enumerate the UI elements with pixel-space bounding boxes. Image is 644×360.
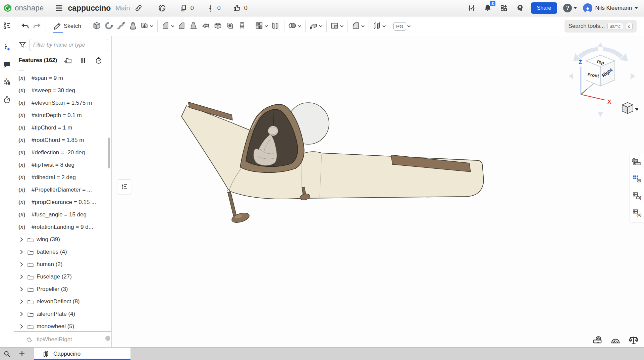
thicken-caret-icon[interactable] — [149, 24, 154, 29]
sketch-button[interactable]: Sketch — [50, 19, 84, 34]
share-link-icon[interactable] — [133, 3, 144, 13]
feature-folder-row[interactable]: elevonDeflect (8) — [14, 295, 111, 308]
feature-variable-row[interactable]: (x)#strutDepth = 0.1 m — [14, 109, 111, 121]
fillet-button[interactable] — [160, 19, 176, 34]
share-button[interactable]: Share — [531, 2, 557, 14]
boolean-button[interactable] — [287, 19, 303, 34]
add-folder-icon[interactable] — [64, 56, 72, 64]
feature-variable-row[interactable]: (x)#fuse_angle = 15 deg — [14, 208, 111, 221]
chevron-right-icon[interactable] — [18, 249, 24, 255]
onshape-logo[interactable]: onshape — [0, 4, 44, 12]
linear-pattern-button[interactable] — [254, 19, 269, 34]
plane-caret-icon[interactable] — [339, 24, 344, 29]
offset-surface-button[interactable] — [372, 19, 387, 34]
help-menu[interactable]: ? — [563, 4, 577, 12]
chevron-right-icon[interactable] — [18, 311, 24, 317]
feature-variable-row[interactable]: (x)#propClearance = 0.15 ... — [14, 196, 111, 208]
notifications-button[interactable]: 3 — [483, 3, 493, 13]
model-viewport[interactable]: Z X Y Top Front Right }(x) — [112, 36, 644, 347]
loft-button[interactable] — [127, 19, 139, 34]
feature-variable-row[interactable]: (x)#tipTwist = 8 deg — [14, 159, 111, 171]
redo-button[interactable] — [31, 19, 43, 34]
thicken-button[interactable] — [139, 19, 155, 34]
feature-list-toggle[interactable] — [0, 16, 14, 36]
copies-stat[interactable]: 0 — [178, 3, 194, 13]
appearance-panel-tab[interactable] — [630, 154, 644, 171]
insert-version-button[interactable] — [2, 43, 12, 53]
feature-variable-row[interactable]: (x)#dihedral = 2 deg — [14, 171, 111, 184]
chevron-right-icon[interactable] — [18, 299, 24, 305]
tab-cappucino[interactable]: Cappucino — [34, 348, 130, 360]
tape-measure-button[interactable] — [592, 335, 602, 345]
new-tab-button[interactable] — [14, 348, 30, 360]
comments-button[interactable] — [2, 60, 12, 70]
configuration-variables-tab[interactable]: (x) — [630, 205, 644, 222]
feature-folder-row[interactable]: aileronPlate (4) — [14, 308, 111, 320]
model-aircraft[interactable] — [171, 97, 493, 232]
pg-badge-button[interactable]: PG — [393, 19, 412, 34]
mass-properties-button[interactable] — [629, 335, 639, 345]
rib-button[interactable] — [200, 19, 212, 34]
search-tools-button[interactable]: Search tools... alt/⌥ c — [565, 20, 637, 33]
history-button[interactable] — [2, 95, 12, 105]
mirror-button[interactable] — [269, 19, 281, 34]
feature-list-scrollbar[interactable] — [108, 138, 110, 168]
likes-stat[interactable]: 0 — [232, 3, 248, 13]
configured-features-tab[interactable]: } — [630, 188, 644, 205]
draft-button[interactable] — [188, 19, 200, 34]
main-menu-icon[interactable] — [53, 3, 65, 13]
feature-folder-row[interactable]: Propeller (3) — [14, 283, 111, 295]
revolve-button[interactable] — [103, 19, 115, 34]
plane-button[interactable] — [329, 19, 345, 34]
feature-folder-row[interactable]: monowheel (5) — [14, 320, 111, 331]
feature-variable-row[interactable]: (x)#elevonSpan = 1.575 m — [14, 97, 111, 109]
ai-assistant-icon[interactable] — [515, 3, 525, 13]
document-title[interactable]: cappuccino — [68, 4, 111, 13]
view-options-button[interactable] — [622, 103, 638, 114]
chamfer-button[interactable] — [176, 19, 188, 34]
tab-search-icon[interactable] — [0, 348, 14, 360]
feature-variable-row[interactable]: (x)#tipChord = 1 m — [14, 121, 111, 134]
chevron-right-icon[interactable] — [18, 274, 24, 280]
regenerate-timer-icon[interactable] — [95, 56, 103, 64]
workspace-label[interactable]: Main — [115, 4, 130, 12]
offset-surface-caret-icon[interactable] — [382, 24, 386, 29]
transform-caret-icon[interactable] — [318, 24, 323, 29]
protractor-button[interactable] — [610, 335, 621, 345]
linear-pattern-caret-icon[interactable] — [264, 24, 269, 29]
feature-variable-row[interactable]: (x)#rootChord = 1.85 m — [14, 134, 111, 146]
view-cube[interactable]: Z X Y Top Front Right — [566, 42, 638, 119]
feature-variable-row[interactable]: (x)#span = 9 m — [14, 72, 111, 84]
pg-badge-caret-icon[interactable] — [407, 24, 411, 29]
boolean-caret-icon[interactable] — [297, 24, 302, 29]
filter-input[interactable] — [30, 39, 108, 51]
feature-variable-row[interactable]: (x)#sweep = 30 deg — [14, 84, 111, 97]
chevron-right-icon[interactable] — [18, 323, 24, 329]
chevron-right-icon[interactable] — [18, 261, 24, 267]
feature-folder-row[interactable]: human (2) — [14, 258, 111, 270]
configurations-tab[interactable] — [630, 171, 644, 188]
suspend-rebuild-icon[interactable] — [79, 56, 88, 64]
feature-folder-row[interactable]: batteries (4) — [14, 246, 111, 258]
rollback-bar[interactable]: tipWheelRight — [14, 331, 111, 347]
fillet-caret-icon[interactable] — [170, 24, 175, 29]
chevron-right-icon[interactable] — [18, 286, 24, 292]
feature-folder-row[interactable]: wing (39) — [14, 233, 111, 246]
feature-variable-row[interactable]: (x)#PropellerDiameter = ... — [14, 184, 111, 196]
user-menu[interactable]: Nils Kleemann — [583, 3, 638, 13]
chevron-right-icon[interactable] — [18, 237, 24, 243]
thread-button[interactable] — [236, 19, 248, 34]
sweep-button[interactable] — [115, 19, 127, 34]
extrude-button[interactable] — [91, 19, 103, 34]
public-globe-icon[interactable] — [157, 3, 167, 13]
hole-button[interactable] — [224, 19, 236, 34]
undo-button[interactable] — [19, 19, 31, 34]
feature-folder-row[interactable]: Fuselage (27) — [14, 270, 111, 283]
modify-fillet-button[interactable] — [351, 19, 366, 34]
featurescript-check-icon[interactable] — [467, 3, 477, 13]
transform-button[interactable] — [308, 19, 324, 34]
modify-fillet-caret-icon[interactable] — [361, 24, 365, 29]
feature-variable-row[interactable]: (x)#rotationLanding = 9 d... — [14, 221, 111, 233]
panel-collapse-handle[interactable] — [118, 179, 131, 194]
branches-stat[interactable]: 0 — [205, 3, 221, 13]
